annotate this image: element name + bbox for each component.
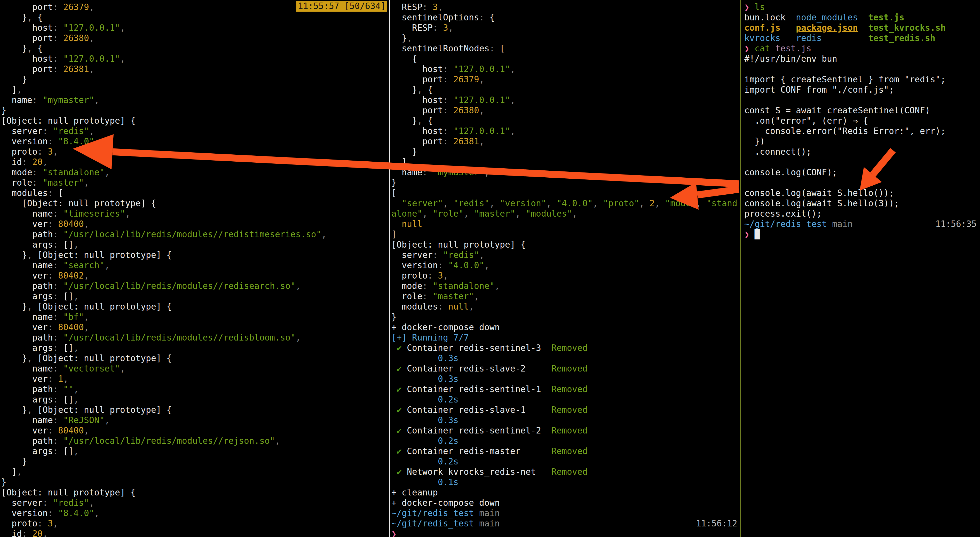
text-segment: const S = await createSentinel(CONF) [744, 105, 930, 115]
text-segment: , [484, 167, 490, 177]
terminal-row: ❯ █ [744, 229, 980, 240]
terminal-row: mode: "standalone", [1, 167, 389, 178]
text-segment: [] [63, 343, 73, 353]
text-segment: [ [500, 43, 505, 54]
text-segment: console.log(CONF); [744, 167, 837, 177]
text-segment: : [428, 270, 438, 281]
text-segment: : [43, 498, 53, 508]
text-segment: : [422, 2, 433, 12]
text-segment [391, 198, 402, 208]
prompt-arrow: ❯ [744, 43, 749, 54]
text-segment: } [1, 456, 27, 467]
text-segment: Network kvrocks_redis-net [402, 467, 552, 477]
terminal-row: path: "", [1, 384, 389, 394]
terminal-row: ~/git/redis_test main 11:56:12 [391, 518, 740, 529]
text-segment: + docker-compose down [391, 322, 500, 332]
text-segment: : [433, 250, 443, 260]
pane-divider-left[interactable] [389, 0, 390, 537]
pane-divider-right[interactable] [740, 0, 741, 537]
text-segment: #!/usr/bin/env bun [744, 54, 837, 64]
text-segment: , [94, 95, 99, 105]
text-segment: : [37, 518, 48, 529]
text-segment: redis [796, 33, 822, 43]
text-segment: 26380 [453, 105, 479, 115]
terminal-row: path: "/usr/local/lib/redis/modules//red… [1, 281, 389, 291]
terminal-row: }, { [391, 85, 740, 95]
text-segment: bun.lock [744, 13, 786, 22]
text-segment: [+] Running 7/7 [391, 332, 469, 343]
text-segment: host [391, 126, 443, 136]
text-segment: : [48, 322, 58, 332]
text-segment: 80400 [58, 322, 84, 332]
text-segment: version [1, 136, 48, 146]
text-segment [822, 33, 868, 43]
text-segment: "4.0.0" [557, 198, 593, 208]
terminal-row: ✔ Container redis-master Removed [391, 446, 740, 456]
text-segment: ls [755, 2, 765, 12]
terminal-row: bun.lock node_modules test.js [744, 13, 980, 23]
text-segment: : [53, 33, 63, 43]
text-segment: : [48, 270, 58, 281]
text-segment: [] [63, 291, 73, 301]
text-segment: : [422, 291, 433, 301]
text-segment: console.error("Redis Error:", err); [744, 126, 946, 136]
text-segment: , [53, 518, 58, 529]
text-segment: [Object: null prototype] { [37, 353, 172, 363]
text-segment: : [438, 302, 448, 311]
check-icon: ✔ [396, 467, 402, 477]
text-segment: , [484, 260, 490, 270]
text-segment: ] [391, 229, 396, 239]
text-segment: ver [1, 219, 48, 229]
text-segment [749, 229, 755, 239]
text-segment: ] [1, 467, 17, 477]
text-segment: version [1, 508, 48, 518]
text-segment: 20 [32, 529, 43, 537]
terminal-row: ], [391, 157, 740, 167]
pane-left-node-output[interactable]: port: 26379, }, { host: "127.0.0.1", por… [0, 0, 389, 537]
pane-right-shell[interactable]: ❯ lsbun.lock node_modules test.jsconf.js… [741, 0, 980, 537]
terminal-row: } [1, 477, 389, 488]
text-segment: main [474, 518, 500, 529]
pane-middle-node-output[interactable]: RESP: 3, sentinelOptions: { RESP: 3, }, … [391, 0, 740, 537]
text-segment: : [53, 54, 63, 64]
text-segment: , [120, 364, 125, 373]
text-segment: , [105, 167, 110, 177]
text-segment: 0.1s [391, 477, 458, 487]
terminal-row: }, [Object: null prototype] { [1, 302, 389, 312]
text-segment: "ReJSON" [63, 415, 105, 425]
text-segment: , [510, 126, 515, 136]
terminal-row: ], [1, 467, 389, 477]
text-segment: "127.0.0.1" [63, 23, 120, 33]
text-segment: { [37, 43, 43, 54]
text-segment: , [43, 529, 48, 537]
text-segment: node_modules [796, 13, 858, 22]
terminal-row: [ [391, 188, 740, 198]
text-segment: Container redis-master [402, 446, 552, 456]
terminal-row: server: "redis", [391, 250, 740, 260]
terminal-row: name: "bf", [1, 312, 389, 322]
terminal-row: host: "127.0.0.1", [391, 95, 740, 105]
text-segment: name [1, 260, 53, 270]
terminal-row: conf.js package.json test_kvrocks.sh [744, 23, 980, 33]
text-segment: : [438, 260, 448, 270]
terminal-row: modules: null, [391, 302, 740, 312]
text-segment: 80402 [58, 270, 84, 281]
text-segment: , [73, 394, 79, 405]
text-segment: : [53, 23, 63, 33]
terminal-row: console.error("Redis Error:", err); [744, 126, 980, 136]
text-segment: : [53, 209, 63, 219]
terminal-row: .connect(); [744, 147, 980, 157]
text-segment: : [443, 64, 453, 74]
text-segment: "/usr/local/lib/redis/modules//redisbloo… [63, 332, 296, 343]
terminal-row: modules: [ [1, 188, 389, 198]
text-segment: , [89, 126, 94, 136]
text-segment: : [53, 394, 63, 405]
text-segment: 0.3s [391, 374, 458, 384]
text-segment: "127.0.0.1" [453, 126, 510, 136]
text-segment: "master" [43, 178, 84, 188]
text-segment: "/usr/local/lib/redis/modules//rejson.so… [63, 436, 275, 446]
terminal-row: [Object: null prototype] { [391, 240, 740, 250]
terminal-row [744, 178, 980, 188]
text-segment: test_redis.sh [868, 33, 935, 43]
text-segment: 0.2s [391, 456, 458, 467]
